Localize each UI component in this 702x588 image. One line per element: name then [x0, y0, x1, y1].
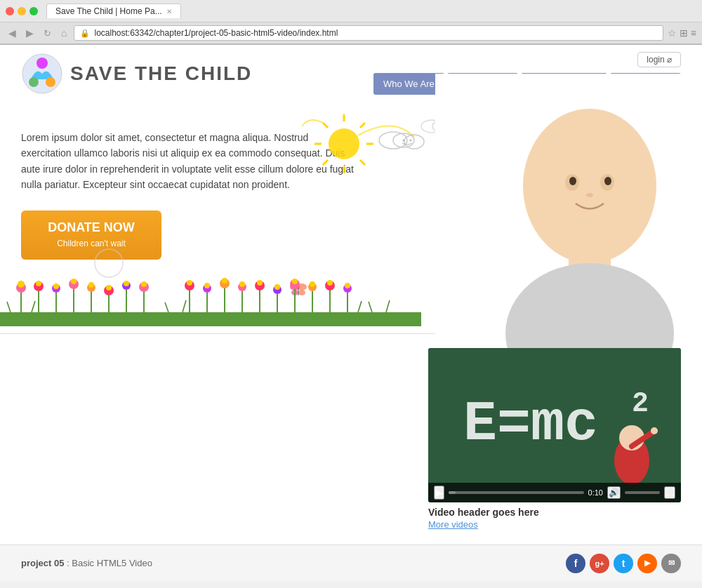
donate-button[interactable]: DONATE NOW Children can't wait — [21, 211, 161, 260]
maximize-button[interactable] — [29, 7, 38, 15]
svg-point-61 — [36, 281, 41, 286]
video-controls: ▶ 0:10 🔊 ⛶ — [428, 483, 681, 502]
svg-text:2: 2 — [632, 388, 649, 420]
svg-point-14 — [393, 133, 414, 147]
svg-point-85 — [204, 283, 210, 288]
login-label: login ⌀ — [647, 55, 672, 65]
svg-point-53 — [604, 177, 611, 185]
back-button[interactable]: ◀ — [6, 26, 19, 40]
svg-point-123 — [651, 427, 658, 434]
svg-point-88 — [222, 278, 227, 283]
svg-point-13 — [379, 132, 407, 149]
page-content: SAVE THE CHILD login ⌀ Who We Are What W… — [0, 45, 702, 582]
tab-close-icon[interactable]: ✕ — [166, 8, 172, 15]
svg-point-79 — [141, 281, 147, 287]
tab-title: Save The Child | Home Pa... — [55, 6, 162, 16]
window-controls — [6, 7, 38, 15]
site-footer: project 05 : Basic HTML5 Video f g+ t ▶ … — [0, 544, 702, 582]
svg-line-111 — [32, 301, 35, 312]
url-display: localhost:63342/chapter1/project-05-basi… — [94, 28, 338, 38]
svg-point-91 — [239, 281, 245, 287]
svg-point-15 — [404, 135, 424, 149]
forward-button[interactable]: ▶ — [23, 26, 37, 40]
minimize-button[interactable] — [18, 7, 26, 15]
svg-line-114 — [358, 301, 362, 312]
logo-area: SAVE THE CHILD — [21, 53, 252, 95]
svg-point-64 — [53, 283, 59, 289]
svg-point-82 — [187, 280, 192, 286]
svg-point-52 — [569, 177, 576, 185]
facebook-icon[interactable]: f — [566, 554, 585, 573]
svg-point-106 — [327, 280, 333, 286]
svg-point-58 — [18, 281, 25, 288]
svg-point-1 — [37, 58, 48, 69]
fullscreen-button[interactable]: ⛶ — [664, 486, 675, 499]
video-player: E=mc 2 — [428, 348, 681, 502]
close-button[interactable] — [6, 7, 14, 15]
svg-point-76 — [124, 281, 129, 286]
video-section: E=mc 2 — [0, 334, 702, 544]
logo-text: SAVE THE CHILD — [70, 62, 252, 85]
donate-sub-text: Children can't wait — [57, 239, 126, 248]
security-icon: 🔒 — [80, 29, 90, 38]
browser-titlebar: Save The Child | Home Pa... ✕ — [0, 0, 702, 22]
browser-chrome: Save The Child | Home Pa... ✕ ◀ ▶ ↻ ⌂ 🔒 … — [0, 0, 702, 45]
svg-point-16 — [403, 140, 405, 142]
browser-tab[interactable]: Save The Child | Home Pa... ✕ — [46, 4, 181, 18]
svg-point-100 — [292, 279, 298, 284]
svg-line-113 — [183, 300, 186, 312]
more-videos-link[interactable]: More videos — [428, 519, 478, 530]
project-description: : Basic HTML5 Video — [67, 558, 152, 568]
svg-rect-55 — [0, 312, 421, 326]
google-plus-icon[interactable]: g+ — [590, 554, 609, 573]
browser-toolbar-right: ☆ ⊞ ≡ — [668, 27, 696, 39]
svg-line-110 — [7, 302, 11, 312]
hero-body-text: Lorem ipsum dolor sit amet, consectetur … — [0, 109, 379, 193]
svg-point-17 — [410, 140, 412, 142]
address-bar[interactable]: 🔒 localhost:63342/chapter1/project-05-ba… — [74, 25, 663, 41]
email-icon[interactable]: ✉ — [661, 554, 681, 573]
browser-toolbar: ◀ ▶ ↻ ⌂ 🔒 localhost:63342/chapter1/proje… — [0, 22, 702, 44]
logo-icon — [21, 53, 63, 95]
volume-bar[interactable] — [625, 491, 660, 494]
home-button[interactable]: ⌂ — [58, 26, 69, 40]
twitter-icon[interactable]: t — [614, 554, 633, 573]
rss-icon[interactable]: ▶ — [637, 554, 657, 573]
play-button[interactable]: ▶ — [434, 486, 444, 500]
svg-line-115 — [369, 302, 372, 312]
donate-label: DONATE NOW — [48, 220, 135, 234]
footer-text: project 05 : Basic HTML5 Video — [21, 558, 152, 568]
svg-point-103 — [310, 281, 315, 287]
grass-area — [0, 277, 702, 326]
social-icons: f g+ t ▶ ✉ — [566, 554, 681, 573]
nav-who-we-are[interactable]: Who We Are — [373, 73, 444, 95]
video-thumbnail: E=mc 2 — [428, 348, 681, 502]
svg-point-70 — [88, 282, 94, 288]
project-label: project 05 — [21, 558, 64, 568]
svg-point-94 — [257, 280, 263, 286]
svg-point-73 — [106, 285, 112, 290]
svg-point-3 — [46, 77, 55, 87]
volume-button[interactable]: 🔊 — [607, 486, 621, 499]
svg-point-54 — [586, 193, 593, 197]
svg-point-2 — [29, 77, 39, 87]
svg-point-109 — [345, 283, 350, 288]
video-container: E=mc 2 — [428, 348, 681, 530]
svg-line-112 — [165, 302, 168, 312]
svg-point-97 — [274, 284, 280, 290]
progress-fill — [449, 491, 456, 494]
svg-text:E=mc: E=mc — [463, 392, 598, 456]
hero-section: Lorem ipsum dolor sit amet, consectetur … — [0, 102, 702, 333]
bookmark-icon[interactable]: ☆ — [668, 27, 677, 39]
svg-line-116 — [386, 300, 390, 312]
sync-icon[interactable]: ⊞ — [680, 27, 688, 39]
svg-point-67 — [71, 279, 77, 284]
progress-bar[interactable] — [449, 491, 584, 494]
svg-point-47 — [523, 109, 656, 263]
refresh-button[interactable]: ↻ — [41, 27, 54, 40]
video-caption: Video header goes here — [428, 507, 681, 518]
menu-icon[interactable]: ≡ — [691, 27, 696, 39]
time-display: 0:10 — [588, 488, 603, 497]
login-button[interactable]: login ⌀ — [637, 52, 681, 67]
